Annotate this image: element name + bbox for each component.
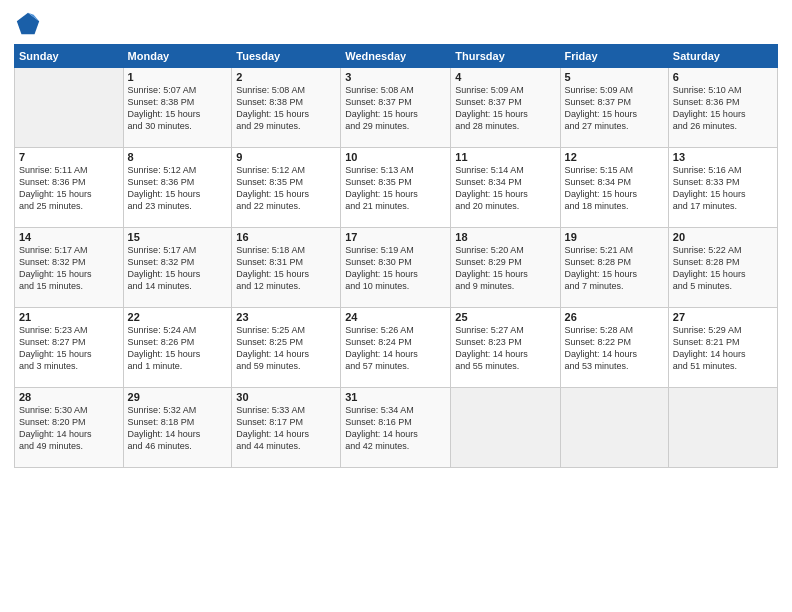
logo-icon [14,10,42,38]
day-info: Sunrise: 5:14 AM Sunset: 8:34 PM Dayligh… [455,164,555,213]
calendar-cell: 10Sunrise: 5:13 AM Sunset: 8:35 PM Dayli… [341,148,451,228]
calendar-week-row: 21Sunrise: 5:23 AM Sunset: 8:27 PM Dayli… [15,308,778,388]
day-info: Sunrise: 5:30 AM Sunset: 8:20 PM Dayligh… [19,404,119,453]
day-number: 25 [455,311,555,323]
day-info: Sunrise: 5:19 AM Sunset: 8:30 PM Dayligh… [345,244,446,293]
day-number: 3 [345,71,446,83]
calendar-week-row: 14Sunrise: 5:17 AM Sunset: 8:32 PM Dayli… [15,228,778,308]
calendar-cell: 13Sunrise: 5:16 AM Sunset: 8:33 PM Dayli… [668,148,777,228]
calendar-cell [451,388,560,468]
day-info: Sunrise: 5:09 AM Sunset: 8:37 PM Dayligh… [565,84,664,133]
calendar-cell: 25Sunrise: 5:27 AM Sunset: 8:23 PM Dayli… [451,308,560,388]
day-number: 21 [19,311,119,323]
day-number: 28 [19,391,119,403]
day-info: Sunrise: 5:33 AM Sunset: 8:17 PM Dayligh… [236,404,336,453]
day-info: Sunrise: 5:18 AM Sunset: 8:31 PM Dayligh… [236,244,336,293]
day-number: 13 [673,151,773,163]
day-number: 8 [128,151,228,163]
calendar-cell: 6Sunrise: 5:10 AM Sunset: 8:36 PM Daylig… [668,68,777,148]
calendar-cell: 15Sunrise: 5:17 AM Sunset: 8:32 PM Dayli… [123,228,232,308]
calendar-cell: 22Sunrise: 5:24 AM Sunset: 8:26 PM Dayli… [123,308,232,388]
day-number: 1 [128,71,228,83]
day-info: Sunrise: 5:24 AM Sunset: 8:26 PM Dayligh… [128,324,228,373]
day-number: 10 [345,151,446,163]
calendar-cell: 16Sunrise: 5:18 AM Sunset: 8:31 PM Dayli… [232,228,341,308]
calendar-cell: 28Sunrise: 5:30 AM Sunset: 8:20 PM Dayli… [15,388,124,468]
calendar-cell: 21Sunrise: 5:23 AM Sunset: 8:27 PM Dayli… [15,308,124,388]
calendar-cell: 9Sunrise: 5:12 AM Sunset: 8:35 PM Daylig… [232,148,341,228]
calendar-cell: 3Sunrise: 5:08 AM Sunset: 8:37 PM Daylig… [341,68,451,148]
calendar-week-row: 28Sunrise: 5:30 AM Sunset: 8:20 PM Dayli… [15,388,778,468]
day-number: 24 [345,311,446,323]
day-number: 30 [236,391,336,403]
day-number: 6 [673,71,773,83]
day-number: 12 [565,151,664,163]
calendar-cell: 5Sunrise: 5:09 AM Sunset: 8:37 PM Daylig… [560,68,668,148]
calendar-cell: 31Sunrise: 5:34 AM Sunset: 8:16 PM Dayli… [341,388,451,468]
day-number: 22 [128,311,228,323]
day-info: Sunrise: 5:08 AM Sunset: 8:37 PM Dayligh… [345,84,446,133]
weekday-header-thursday: Thursday [451,45,560,68]
day-info: Sunrise: 5:25 AM Sunset: 8:25 PM Dayligh… [236,324,336,373]
day-number: 15 [128,231,228,243]
calendar-cell: 24Sunrise: 5:26 AM Sunset: 8:24 PM Dayli… [341,308,451,388]
calendar-cell: 12Sunrise: 5:15 AM Sunset: 8:34 PM Dayli… [560,148,668,228]
calendar-cell: 11Sunrise: 5:14 AM Sunset: 8:34 PM Dayli… [451,148,560,228]
calendar-cell: 27Sunrise: 5:29 AM Sunset: 8:21 PM Dayli… [668,308,777,388]
header [14,10,778,38]
day-info: Sunrise: 5:11 AM Sunset: 8:36 PM Dayligh… [19,164,119,213]
page: SundayMondayTuesdayWednesdayThursdayFrid… [0,0,792,612]
weekday-header-sunday: Sunday [15,45,124,68]
calendar-week-row: 7Sunrise: 5:11 AM Sunset: 8:36 PM Daylig… [15,148,778,228]
calendar-cell: 1Sunrise: 5:07 AM Sunset: 8:38 PM Daylig… [123,68,232,148]
calendar-cell [15,68,124,148]
day-info: Sunrise: 5:20 AM Sunset: 8:29 PM Dayligh… [455,244,555,293]
day-info: Sunrise: 5:10 AM Sunset: 8:36 PM Dayligh… [673,84,773,133]
day-number: 26 [565,311,664,323]
day-number: 23 [236,311,336,323]
weekday-header-friday: Friday [560,45,668,68]
calendar-cell: 17Sunrise: 5:19 AM Sunset: 8:30 PM Dayli… [341,228,451,308]
day-info: Sunrise: 5:28 AM Sunset: 8:22 PM Dayligh… [565,324,664,373]
calendar-cell: 29Sunrise: 5:32 AM Sunset: 8:18 PM Dayli… [123,388,232,468]
day-info: Sunrise: 5:16 AM Sunset: 8:33 PM Dayligh… [673,164,773,213]
day-number: 29 [128,391,228,403]
day-info: Sunrise: 5:08 AM Sunset: 8:38 PM Dayligh… [236,84,336,133]
calendar-cell [560,388,668,468]
weekday-header-tuesday: Tuesday [232,45,341,68]
day-info: Sunrise: 5:32 AM Sunset: 8:18 PM Dayligh… [128,404,228,453]
calendar-cell: 8Sunrise: 5:12 AM Sunset: 8:36 PM Daylig… [123,148,232,228]
day-info: Sunrise: 5:12 AM Sunset: 8:35 PM Dayligh… [236,164,336,213]
calendar-cell: 26Sunrise: 5:28 AM Sunset: 8:22 PM Dayli… [560,308,668,388]
day-number: 7 [19,151,119,163]
day-number: 5 [565,71,664,83]
day-info: Sunrise: 5:15 AM Sunset: 8:34 PM Dayligh… [565,164,664,213]
calendar-cell: 4Sunrise: 5:09 AM Sunset: 8:37 PM Daylig… [451,68,560,148]
day-info: Sunrise: 5:29 AM Sunset: 8:21 PM Dayligh… [673,324,773,373]
svg-marker-0 [17,13,39,34]
calendar-cell: 18Sunrise: 5:20 AM Sunset: 8:29 PM Dayli… [451,228,560,308]
weekday-header-monday: Monday [123,45,232,68]
day-info: Sunrise: 5:09 AM Sunset: 8:37 PM Dayligh… [455,84,555,133]
calendar-cell: 30Sunrise: 5:33 AM Sunset: 8:17 PM Dayli… [232,388,341,468]
day-info: Sunrise: 5:34 AM Sunset: 8:16 PM Dayligh… [345,404,446,453]
day-number: 9 [236,151,336,163]
day-number: 11 [455,151,555,163]
calendar-cell: 23Sunrise: 5:25 AM Sunset: 8:25 PM Dayli… [232,308,341,388]
day-number: 4 [455,71,555,83]
calendar-cell: 14Sunrise: 5:17 AM Sunset: 8:32 PM Dayli… [15,228,124,308]
calendar-header: SundayMondayTuesdayWednesdayThursdayFrid… [15,45,778,68]
logo [14,10,46,38]
day-info: Sunrise: 5:26 AM Sunset: 8:24 PM Dayligh… [345,324,446,373]
calendar-week-row: 1Sunrise: 5:07 AM Sunset: 8:38 PM Daylig… [15,68,778,148]
day-info: Sunrise: 5:22 AM Sunset: 8:28 PM Dayligh… [673,244,773,293]
weekday-header-row: SundayMondayTuesdayWednesdayThursdayFrid… [15,45,778,68]
day-number: 17 [345,231,446,243]
day-info: Sunrise: 5:17 AM Sunset: 8:32 PM Dayligh… [128,244,228,293]
day-info: Sunrise: 5:21 AM Sunset: 8:28 PM Dayligh… [565,244,664,293]
weekday-header-wednesday: Wednesday [341,45,451,68]
weekday-header-saturday: Saturday [668,45,777,68]
day-info: Sunrise: 5:07 AM Sunset: 8:38 PM Dayligh… [128,84,228,133]
calendar-cell [668,388,777,468]
day-info: Sunrise: 5:12 AM Sunset: 8:36 PM Dayligh… [128,164,228,213]
